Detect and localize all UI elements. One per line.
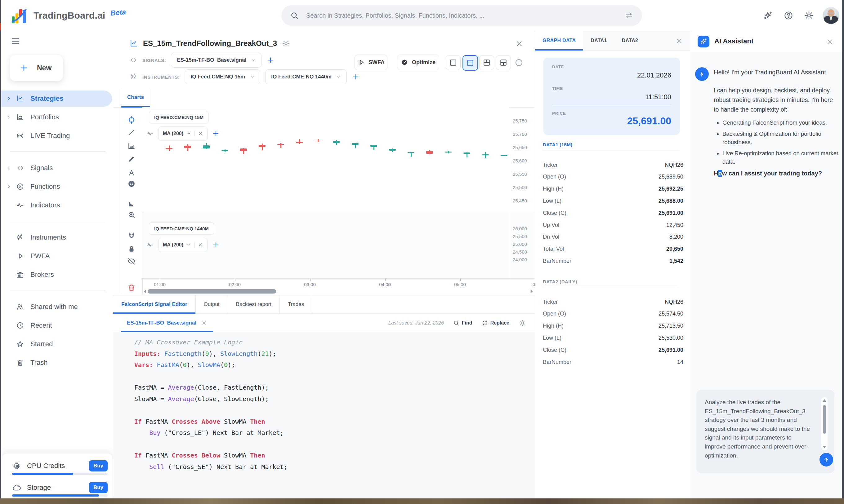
buy-storage-button[interactable]: Buy bbox=[89, 482, 108, 493]
add-instrument-button[interactable] bbox=[352, 73, 360, 81]
close-ai-panel-icon[interactable] bbox=[826, 38, 834, 46]
data-tab-graph-data[interactable]: GRAPH DATA bbox=[535, 31, 583, 50]
editor-settings-gear-icon[interactable] bbox=[518, 319, 526, 327]
charts-tab-label: Charts bbox=[127, 94, 144, 101]
replace-button[interactable]: Replace bbox=[482, 320, 509, 326]
ai-input-scrollbar[interactable] bbox=[821, 397, 828, 450]
scroll-up-icon[interactable] bbox=[823, 399, 826, 402]
ai-input-box[interactable]: Analyze the live trades of the ES_15m_Tr… bbox=[696, 390, 834, 473]
tool-delete-button[interactable] bbox=[124, 282, 139, 293]
ma-indicator-pill[interactable]: MA (200) bbox=[158, 238, 208, 252]
find-icon bbox=[453, 320, 459, 326]
remove-indicator-icon[interactable] bbox=[198, 131, 203, 136]
sidebar-item-trash[interactable]: Trash bbox=[1, 355, 112, 371]
sidebar-item-strategies[interactable]: Strategies bbox=[1, 90, 112, 107]
tool-crosshair-button[interactable] bbox=[124, 114, 139, 126]
search-input[interactable] bbox=[305, 12, 625, 19]
code-editor[interactable]: // MA Crossover Example LogicInputs: Fas… bbox=[113, 332, 535, 504]
tool-brush-button[interactable] bbox=[124, 153, 139, 165]
tool-zoom-in-button[interactable] bbox=[124, 209, 139, 221]
editor-tab-output[interactable]: Output bbox=[196, 295, 228, 313]
price-axis-1440m[interactable]: 26,00025,50025,00024,50024,000 bbox=[509, 213, 535, 278]
remove-indicator-icon[interactable] bbox=[198, 242, 203, 247]
tool-hide-button[interactable] bbox=[124, 255, 139, 267]
swfa-button[interactable]: SWFA bbox=[354, 55, 387, 70]
chart-pane-1440m[interactable]: IQ FEED:CME:NQ 1440M MA (200) bbox=[142, 213, 509, 278]
global-search[interactable] bbox=[281, 5, 642, 26]
find-button[interactable]: Find bbox=[453, 320, 472, 326]
sidebar-item-label: Recent bbox=[30, 321, 52, 329]
layout-3-button[interactable] bbox=[479, 55, 494, 70]
layout-2-button[interactable] bbox=[462, 55, 478, 71]
layout-4-button[interactable] bbox=[496, 55, 511, 70]
instrument-select-2[interactable]: IQ Feed:CME:NQ 1440m bbox=[265, 69, 347, 84]
sidebar-item-live-trading[interactable]: LIVE Trading bbox=[1, 128, 112, 144]
chart-pane-15m[interactable]: IQ FEED:CME:NQ 15M MA (200) bbox=[142, 107, 509, 213]
tool-ruler-button[interactable] bbox=[124, 198, 139, 210]
send-button[interactable] bbox=[820, 453, 833, 467]
help-icon[interactable] bbox=[784, 11, 793, 20]
editor-tab-backtest-report[interactable]: Backtest report bbox=[228, 295, 280, 313]
add-signal-button[interactable] bbox=[266, 56, 275, 64]
assistant-intro: I can help you design, backtest, and dep… bbox=[714, 86, 837, 114]
tool-text-button[interactable] bbox=[124, 167, 139, 179]
cpu-icon bbox=[12, 461, 21, 470]
time-axis[interactable]: 01:00 02:00 03:00 04:00 05:00 06 bbox=[142, 278, 535, 288]
sidebar-item-functions[interactable]: Functions bbox=[1, 179, 112, 195]
tool-trend-line-button[interactable] bbox=[124, 126, 139, 138]
sidebar-item-brokers[interactable]: Brokers bbox=[1, 267, 112, 283]
buy-cpu-credits-button[interactable]: Buy bbox=[89, 460, 108, 471]
ai-sparkle-icon[interactable] bbox=[763, 11, 773, 20]
price-axis-15m[interactable]: 25,75025,70025,65025,60025,55025,50025,4… bbox=[509, 107, 535, 213]
add-indicator-button[interactable] bbox=[212, 241, 220, 249]
tool-emoji-button[interactable] bbox=[124, 178, 139, 190]
scroll-right-icon[interactable] bbox=[529, 289, 534, 295]
strategy-settings-gear-icon bbox=[282, 39, 290, 48]
user-avatar[interactable] bbox=[823, 7, 839, 24]
scroll-thumb[interactable] bbox=[148, 289, 276, 293]
sidebar-item-recent[interactable]: Recent bbox=[1, 318, 112, 334]
strategy-settings-gear-icon[interactable] bbox=[282, 39, 290, 48]
tool-magnet-button[interactable] bbox=[124, 230, 139, 242]
signal-select[interactable]: ES-15m-TF-BO_Base.signal bbox=[171, 53, 262, 68]
sidebar-item-indicators[interactable]: Indicators bbox=[1, 197, 112, 213]
tool-lock-button[interactable] bbox=[124, 243, 139, 255]
close-strategy-icon[interactable] bbox=[515, 40, 523, 48]
chart-scrollbar[interactable] bbox=[142, 288, 535, 295]
close-data-panel-icon[interactable] bbox=[675, 37, 683, 44]
sidebar-item-pwfa[interactable]: PWFA bbox=[1, 248, 112, 264]
file-tab[interactable]: ES-15m-TF-BO_Base.signal bbox=[121, 314, 213, 332]
scroll-thumb[interactable] bbox=[823, 405, 826, 434]
brand-logo[interactable]: TradingBoard.ai Beta bbox=[11, 6, 126, 25]
data-tab-data1[interactable]: DATA1 bbox=[583, 31, 614, 50]
editor-tab-falconscript-signal-editor[interactable]: FalconScript Signal Editor bbox=[113, 295, 196, 313]
tool-area-draw-button[interactable] bbox=[124, 140, 139, 152]
ai-input-text[interactable]: Analyze the live trades of the ES_15m_Tr… bbox=[705, 398, 814, 465]
data-tab-data2[interactable]: DATA2 bbox=[614, 31, 646, 50]
layout-1-button[interactable] bbox=[446, 55, 461, 70]
tab-charts[interactable]: Charts bbox=[121, 87, 150, 107]
sidebar-item-shared-with-me[interactable]: Shared with me bbox=[1, 299, 112, 315]
brokers-icon bbox=[16, 271, 24, 278]
settings-gear-icon[interactable] bbox=[804, 11, 814, 20]
sidebar-item-portfolios[interactable]: Portfolios bbox=[1, 109, 112, 125]
add-indicator-button[interactable] bbox=[212, 129, 220, 138]
instrument-select-1[interactable]: IQ Feed:CME:NQ 15m bbox=[185, 69, 261, 84]
sidebar-item-instruments[interactable]: Instruments bbox=[1, 229, 112, 246]
candle-body bbox=[370, 145, 377, 147]
assistant-greeting: Hello! I'm your TradingBoard AI Assistan… bbox=[714, 69, 838, 76]
close-file-icon[interactable] bbox=[201, 320, 207, 326]
code-line: FastMA = Average(Close, FastLength); bbox=[134, 384, 269, 391]
new-button[interactable]: New bbox=[9, 55, 63, 81]
assistant-avatar-bolt-icon bbox=[695, 67, 709, 81]
scroll-down-icon[interactable] bbox=[823, 446, 826, 448]
editor-tab-trades[interactable]: Trades bbox=[280, 295, 312, 313]
candle-body bbox=[408, 152, 415, 153]
optimize-button[interactable]: Optimize bbox=[397, 55, 439, 70]
sidebar-item-signals[interactable]: Signals bbox=[1, 160, 112, 176]
search-filters-icon[interactable] bbox=[625, 11, 633, 20]
sidebar-item-starred[interactable]: Starred bbox=[1, 336, 112, 352]
hamburger-menu-icon[interactable] bbox=[9, 36, 22, 47]
ma-indicator-pill[interactable]: MA (200) bbox=[158, 126, 208, 141]
info-icon[interactable] bbox=[515, 58, 523, 67]
